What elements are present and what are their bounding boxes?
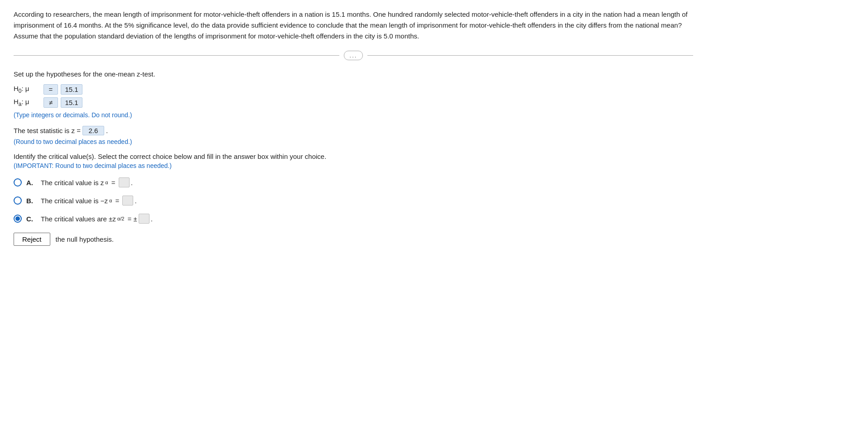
choice-letter-b: B. [26,197,36,205]
sub-alpha-b: α [109,198,112,203]
h0-row: H0: μ = 15.1 [14,84,854,95]
test-stat-label-pre: The test statistic is z = [14,127,81,134]
radio-c[interactable] [14,215,22,223]
h0-operator: = [43,84,58,95]
choice-item-a: A. The critical value is zα = . [14,177,854,187]
divider-line-right [367,55,693,56]
choice-text-a: The critical value is zα = . [41,177,133,187]
hypothesis-block: H0: μ = 15.1 Ha: μ ≠ 15.1 [14,84,854,108]
radio-c-inner [15,216,20,221]
choice-text-b: The critical value is −zα = . [41,196,137,206]
answer-box-c[interactable] [139,214,149,224]
test-stat-label-post: . [106,127,108,134]
choice-item-b: B. The critical value is −zα = . [14,196,854,206]
choice-item-c: C. The critical values are ±zα/2 = ±. [14,214,854,224]
hypotheses-hint: (Type integers or decimals. Do not round… [14,111,854,119]
problem-statement: According to researchers, the mean lengt… [14,10,688,40]
identify-section: Identify the critical value(s). Select t… [14,153,854,224]
divider-line-left [14,55,339,56]
h0-value: 15.1 [61,84,82,95]
reject-text: the null hypothesis. [56,235,114,243]
identify-label: Identify the critical value(s). Select t… [14,153,854,160]
divider: ... [14,51,693,60]
choice-list: A. The critical value is zα = . B. The c… [14,177,854,224]
sub-alpha-half-c: α/2 [117,216,125,221]
reject-button[interactable]: Reject [14,233,50,246]
ha-label: Ha: μ [14,98,41,107]
answer-box-b[interactable] [122,196,133,206]
radio-b[interactable] [14,196,22,205]
choice-letter-c: C. [26,215,36,223]
ellipsis-button[interactable]: ... [344,51,363,60]
radio-a[interactable] [14,178,22,187]
reject-row: Reject the null hypothesis. [14,233,854,246]
test-stat-hint: (Round to two decimal places as needed.) [14,138,854,145]
test-stat-row: The test statistic is z = 2.6 . [14,126,854,135]
h0-label: H0: μ [14,85,41,94]
sub-alpha-a: α [105,180,108,185]
ha-value: 15.1 [61,97,82,108]
ha-operator: ≠ [43,97,58,108]
test-stat-value: 2.6 [82,126,104,135]
identify-hint: (IMPORTANT: Round to two decimal places … [14,162,854,169]
hypotheses-section-label: Set up the hypotheses for the one-mean z… [14,70,854,78]
choice-letter-a: A. [26,179,36,187]
ha-row: Ha: μ ≠ 15.1 [14,97,854,108]
answer-box-a[interactable] [119,177,130,187]
problem-text: According to researchers, the mean lengt… [14,9,693,42]
choice-text-c: The critical values are ±zα/2 = ±. [41,214,153,224]
